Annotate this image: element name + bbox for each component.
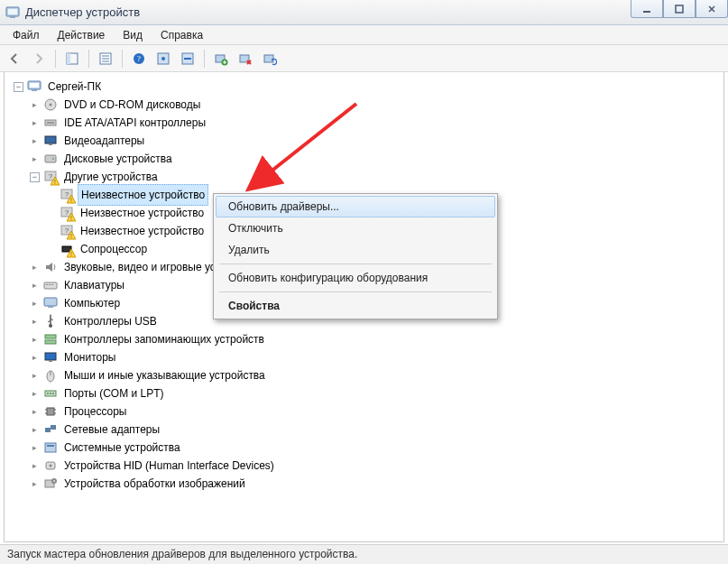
- statusbar: Запуск мастера обновления драйверов для …: [0, 544, 728, 564]
- tree-root[interactable]: − Сергей-ПК: [14, 78, 723, 96]
- mouse-icon: [43, 368, 58, 383]
- ctx-uninstall[interactable]: Удалить: [216, 239, 495, 261]
- audio-icon: [43, 260, 58, 274]
- tree-category[interactable]: ▸DVD и CD-ROM дисководы: [30, 96, 723, 114]
- uninstall-button[interactable]: [235, 48, 256, 69]
- svg-rect-54: [48, 306, 53, 308]
- ctx-scan-hardware[interactable]: Обновить конфигурацию оборудования: [216, 267, 495, 289]
- ide-icon: [43, 116, 58, 130]
- close-button[interactable]: [696, 0, 728, 18]
- tree-category-label: Компьютер: [61, 293, 123, 313]
- svg-rect-49: [44, 282, 57, 289]
- tree-category[interactable]: ▸Контроллеры запоминающих устройств: [30, 330, 723, 348]
- tree-category-label: Порты (COM и LPT): [61, 384, 167, 403]
- expand-icon[interactable]: ▸: [30, 100, 40, 110]
- tree-category[interactable]: ▸Дисковые устройства: [30, 150, 723, 168]
- menu-view[interactable]: Вид: [114, 27, 152, 43]
- expand-icon[interactable]: ▸: [30, 263, 40, 273]
- tree-category[interactable]: −?!Другие устройства: [30, 168, 723, 186]
- expand-icon[interactable]: ▸: [30, 389, 40, 399]
- svg-rect-22: [30, 83, 39, 88]
- svg-rect-74: [45, 443, 56, 452]
- svg-rect-1: [8, 9, 17, 14]
- cpu-icon: [43, 404, 58, 419]
- expand-icon[interactable]: ▸: [30, 154, 40, 164]
- unknown-icon: ?!: [60, 224, 74, 238]
- nav-back-button[interactable]: [4, 48, 25, 69]
- svg-point-64: [50, 393, 51, 394]
- ctx-properties[interactable]: Свойства: [216, 295, 495, 317]
- svg-rect-30: [45, 155, 56, 162]
- hdd-icon: [43, 152, 58, 166]
- tree-category[interactable]: ▸Устройства обработки изображений: [30, 475, 723, 493]
- maximize-button[interactable]: [663, 0, 696, 18]
- action-button[interactable]: [152, 48, 174, 69]
- expand-icon[interactable]: ▸: [30, 335, 40, 345]
- tree-category[interactable]: ▸Процессоры: [30, 402, 723, 421]
- tree-root-label: Сергей-ПК: [45, 77, 104, 97]
- svg-rect-58: [45, 353, 56, 360]
- action-button-2[interactable]: [177, 48, 198, 69]
- tree-category[interactable]: ▸IDE ATA/ATAPI контроллеры: [30, 114, 723, 132]
- disc-icon: [43, 97, 58, 112]
- tree-category[interactable]: ▸Устройства HID (Human Interface Devices…: [30, 457, 723, 475]
- tree-device-label: Неизвестное устройство: [78, 221, 207, 241]
- expand-icon[interactable]: ▸: [30, 118, 40, 128]
- menu-action[interactable]: Действие: [49, 27, 115, 43]
- svg-rect-6: [67, 53, 70, 64]
- collapse-icon[interactable]: −: [14, 82, 23, 92]
- svg-text:!: !: [70, 251, 72, 257]
- svg-rect-59: [49, 360, 52, 362]
- tree-category[interactable]: ▸Мыши и иные указывающие устройства: [30, 366, 723, 384]
- tree-category-label: Устройства HID (Human Interface Devices): [61, 456, 277, 476]
- svg-rect-53: [44, 298, 57, 306]
- toolbar-separator: [88, 50, 89, 68]
- tree-category[interactable]: ▸Системные устройства: [30, 439, 723, 457]
- display-icon: [43, 134, 58, 148]
- update-driver-button[interactable]: [210, 48, 232, 69]
- app-icon: [5, 5, 20, 20]
- svg-rect-28: [45, 136, 56, 143]
- tree-category[interactable]: ▸Мониторы: [30, 348, 723, 366]
- ctx-update-drivers[interactable]: Обновить драйверы...: [216, 196, 495, 217]
- expand-icon[interactable]: ▸: [30, 136, 40, 146]
- svg-point-25: [50, 104, 52, 106]
- svg-point-14: [161, 57, 165, 60]
- nav-forward-button[interactable]: [28, 48, 50, 69]
- help-button[interactable]: ?: [128, 48, 150, 69]
- expand-icon[interactable]: ▸: [30, 371, 40, 381]
- expand-icon[interactable]: ▸: [30, 281, 40, 291]
- toolbar-separator: [55, 50, 56, 68]
- tree-category-label: Сетевые адаптеры: [61, 420, 162, 439]
- expand-icon[interactable]: ▸: [30, 479, 40, 489]
- menu-file[interactable]: Файл: [4, 27, 49, 43]
- scan-hardware-button[interactable]: [259, 48, 281, 69]
- svg-rect-50: [46, 284, 48, 285]
- expand-icon[interactable]: ▸: [30, 425, 40, 435]
- svg-point-65: [52, 393, 54, 394]
- tree-category-label: Контроллеры запоминающих устройств: [61, 329, 267, 349]
- svg-text:!: !: [70, 233, 72, 239]
- expand-icon[interactable]: ▸: [30, 407, 40, 417]
- tree-category[interactable]: ▸Порты (COM и LPT): [30, 384, 723, 402]
- expand-icon[interactable]: ▸: [30, 317, 40, 327]
- toolbar: ?: [0, 45, 728, 72]
- ctx-disable[interactable]: Отключить: [216, 217, 495, 239]
- svg-text:!: !: [70, 215, 72, 221]
- menu-help[interactable]: Справка: [152, 27, 212, 43]
- tree-category-label: DVD и CD-ROM дисководы: [61, 95, 203, 115]
- toolbar-separator: [204, 50, 205, 68]
- expand-icon[interactable]: ▸: [30, 353, 40, 363]
- minimize-button[interactable]: [631, 0, 663, 18]
- toolbar-separator: [122, 50, 123, 68]
- show-hide-tree-button[interactable]: [61, 48, 83, 69]
- expand-icon[interactable]: ▸: [30, 443, 40, 453]
- properties-button[interactable]: [95, 48, 116, 69]
- statusbar-text: Запуск мастера обновления драйверов для …: [7, 548, 357, 560]
- expand-icon[interactable]: ▸: [30, 461, 40, 471]
- tree-category[interactable]: ▸Сетевые адаптеры: [30, 421, 723, 439]
- tree-category[interactable]: ▸Видеоадаптеры: [30, 132, 723, 150]
- svg-rect-75: [47, 445, 54, 447]
- collapse-icon[interactable]: −: [30, 172, 40, 182]
- expand-icon[interactable]: ▸: [30, 299, 40, 309]
